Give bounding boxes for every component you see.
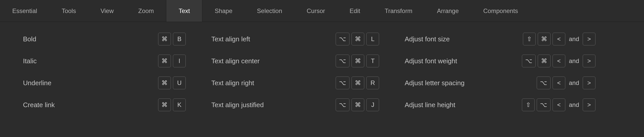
shortcut-column-2: Text align left ⌥ ⌘ L Text align center …	[211, 28, 405, 116]
shortcut-row-create-link: Create link ⌘ K	[23, 94, 211, 116]
shortcut-keys: ⌘ B	[158, 33, 211, 45]
shortcut-label: Text align right	[211, 79, 254, 87]
key-cmd: ⌘	[352, 33, 364, 45]
shortcut-column-1: Bold ⌘ B Italic ⌘ I Underline ⌘ U Create…	[23, 28, 211, 116]
tab-zoom[interactable]: Zoom	[126, 0, 166, 22]
shortcut-label: Adjust letter spacing	[405, 79, 464, 87]
shortcut-label: Italic	[23, 57, 37, 65]
key-option: ⌥	[336, 77, 349, 89]
tab-transform[interactable]: Transform	[372, 0, 425, 22]
key-j: J	[366, 98, 379, 111]
shortcut-label: Bold	[23, 35, 36, 43]
tab-shape[interactable]: Shape	[202, 0, 244, 22]
key-option: ⌥	[336, 33, 349, 45]
key-less: <	[553, 55, 565, 67]
key-cmd: ⌘	[158, 55, 171, 67]
join-word: and	[567, 57, 581, 65]
key-option: ⌥	[537, 98, 551, 111]
shortcut-keys: ⌥ ⌘ J	[336, 98, 405, 111]
key-cmd: ⌘	[538, 33, 551, 45]
shortcut-label: Text align left	[211, 35, 250, 43]
shortcut-keys: ⌘ K	[158, 98, 211, 111]
key-r: R	[366, 77, 379, 89]
key-cmd: ⌘	[158, 33, 171, 45]
shortcut-keys: ⌥ ⌘ L	[336, 33, 405, 45]
key-cmd: ⌘	[352, 77, 364, 89]
shortcut-row-align-center: Text align center ⌥ ⌘ T	[211, 50, 405, 72]
shortcut-keys: ⌘ U	[158, 77, 211, 89]
shortcut-row-font-weight: Adjust font weight ⌥ ⌘ < and >	[405, 50, 621, 72]
shortcut-label: Adjust line height	[405, 101, 455, 109]
tab-components[interactable]: Components	[471, 0, 530, 22]
shortcut-row-align-justified: Text align justified ⌥ ⌘ J	[211, 94, 405, 116]
key-option: ⌥	[336, 98, 349, 111]
tab-text[interactable]: Text	[166, 0, 202, 22]
shortcut-label: Adjust font size	[405, 35, 450, 43]
shortcut-label: Text align center	[211, 57, 260, 65]
key-less: <	[553, 33, 565, 45]
key-cmd: ⌘	[158, 77, 171, 89]
shortcut-column-3: Adjust font size ⇧ ⌘ < and > Adjust font…	[405, 28, 621, 116]
tab-cursor[interactable]: Cursor	[295, 0, 337, 22]
shortcut-row-bold: Bold ⌘ B	[23, 28, 211, 50]
tab-edit[interactable]: Edit	[337, 0, 372, 22]
tab-essential[interactable]: Essential	[0, 0, 49, 22]
key-option: ⌥	[537, 77, 551, 89]
key-i: I	[173, 55, 186, 67]
shortcut-keys: ⌥ < and >	[537, 77, 621, 89]
shortcut-content: Bold ⌘ B Italic ⌘ I Underline ⌘ U Create…	[0, 22, 644, 116]
key-b: B	[173, 33, 186, 45]
key-cmd: ⌘	[352, 55, 364, 67]
join-word: and	[567, 101, 581, 108]
shortcut-row-align-left: Text align left ⌥ ⌘ L	[211, 28, 405, 50]
shortcut-row-font-size: Adjust font size ⇧ ⌘ < and >	[405, 28, 621, 50]
shortcut-row-italic: Italic ⌘ I	[23, 50, 211, 72]
shortcut-keys: ⌥ ⌘ R	[336, 77, 405, 89]
shortcut-keys: ⇧ ⌘ < and >	[523, 33, 621, 45]
tab-tools[interactable]: Tools	[49, 0, 88, 22]
shortcut-label: Create link	[23, 101, 55, 109]
key-cmd: ⌘	[538, 55, 551, 67]
shortcut-row-align-right: Text align right ⌥ ⌘ R	[211, 72, 405, 94]
join-word: and	[567, 35, 581, 43]
tab-view[interactable]: View	[88, 0, 126, 22]
key-cmd: ⌘	[352, 98, 364, 111]
shortcut-keys: ⌥ ⌘ T	[336, 55, 405, 67]
key-greater: >	[583, 33, 595, 45]
category-tabbar: Essential Tools View Zoom Text Shape Sel…	[0, 0, 644, 22]
key-shift: ⇧	[522, 98, 535, 111]
shortcut-row-underline: Underline ⌘ U	[23, 72, 211, 94]
key-option: ⌥	[336, 55, 349, 67]
shortcut-row-line-height: Adjust line height ⇧ ⌥ < and >	[405, 94, 621, 116]
join-word: and	[567, 79, 581, 86]
key-cmd: ⌘	[158, 98, 171, 111]
shortcut-label: Text align justified	[211, 101, 264, 109]
shortcut-keys: ⌥ ⌘ < and >	[522, 55, 621, 67]
key-option: ⌥	[522, 55, 536, 67]
tab-arrange[interactable]: Arrange	[425, 0, 471, 22]
key-shift: ⇧	[523, 33, 536, 45]
key-greater: >	[583, 77, 595, 89]
shortcut-keys: ⇧ ⌥ < and >	[522, 98, 621, 111]
key-less: <	[553, 98, 565, 111]
key-greater: >	[583, 55, 595, 67]
shortcut-row-letter-spacing: Adjust letter spacing ⌥ < and >	[405, 72, 621, 94]
key-k: K	[173, 98, 186, 111]
key-greater: >	[583, 98, 595, 111]
key-less: <	[553, 77, 565, 89]
key-u: U	[173, 77, 186, 89]
shortcut-label: Adjust font weight	[405, 57, 457, 65]
tab-selection[interactable]: Selection	[245, 0, 295, 22]
shortcut-label: Underline	[23, 79, 51, 87]
key-t: T	[366, 55, 379, 67]
key-l: L	[366, 33, 379, 45]
shortcut-keys: ⌘ I	[158, 55, 211, 67]
